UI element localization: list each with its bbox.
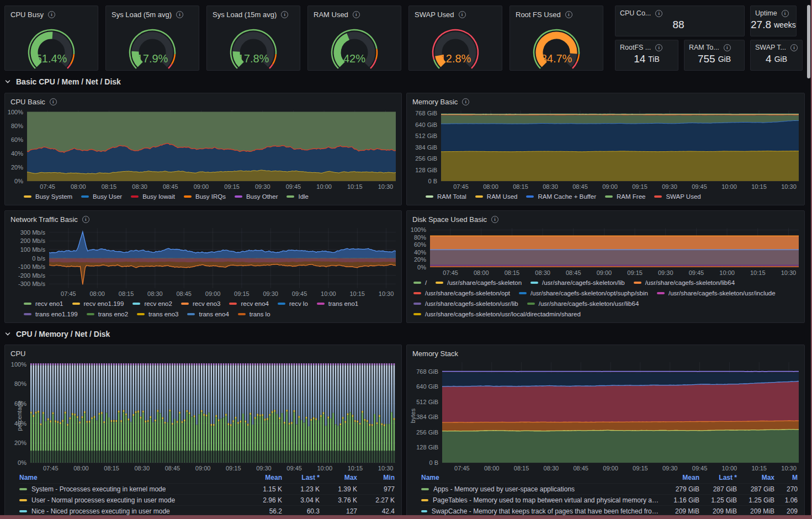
gauge-panel: SWAP Used i 12.8% [408, 6, 502, 71]
panel-title[interactable]: CPU [10, 349, 25, 358]
info-icon[interactable]: i [353, 11, 360, 18]
legend-label[interactable]: trans eno1.199 [35, 310, 78, 319]
svg-text:512 GiB: 512 GiB [415, 133, 437, 139]
legend-label[interactable]: recv eno4 [241, 299, 269, 308]
panel-cpu-detail: CPU percentage 0%20%40%60%80%100%07:4508… [4, 345, 402, 519]
info-icon[interactable]: i [176, 11, 183, 18]
col-last[interactable]: Last * [282, 474, 320, 481]
info-icon[interactable]: i [281, 11, 288, 18]
col-name[interactable]: Name [421, 474, 662, 481]
row-header-cpu-memory[interactable]: CPU / Memory / Net / Disk [4, 328, 110, 340]
col-mean[interactable]: Mean [662, 474, 699, 481]
legend-label[interactable]: /usr/share/cagefs-skeleton/usr/lib [425, 299, 518, 308]
row-header-basic[interactable]: Basic CPU / Mem / Net / Disk [4, 76, 121, 88]
panel-title[interactable]: CPU Co... [620, 9, 651, 17]
series-name[interactable]: PageTables - Memory used to map between … [433, 496, 662, 504]
panel-title[interactable]: SWAP Used [415, 10, 454, 19]
info-icon[interactable]: i [82, 216, 89, 223]
svg-text:09:00: 09:00 [194, 183, 209, 190]
series-name[interactable]: Apps - Memory used by user-space applica… [433, 485, 575, 493]
legend-label[interactable]: /usr/share/cagefs-skeleton/opt/suphp/sbi… [530, 289, 648, 298]
legend-label[interactable]: RAM Cache + Buffer [538, 192, 596, 201]
series-name[interactable]: System - Processes executing in kernel m… [31, 485, 166, 493]
panel-title[interactable]: CPU Basic [10, 98, 45, 106]
cpu-detail-chart[interactable]: percentage 0%20%40%60%80%100%07:4508:000… [5, 359, 401, 473]
col-min[interactable]: M [774, 474, 798, 481]
panel-title[interactable]: Disk Space Used Basic [412, 215, 487, 224]
legend-label[interactable]: trans eno1 [328, 299, 358, 308]
panel-title[interactable]: Uptime [755, 9, 777, 17]
legend-label[interactable]: /usr/share/cagefs-skeleton/lib [542, 278, 625, 287]
network-traffic-chart[interactable]: 300 Mb/s200 Mb/s100 Mb/s0 b/s-100 Mb/s-2… [5, 225, 401, 298]
panel-title[interactable]: Memory Basic [412, 98, 458, 106]
legend-label[interactable]: recv eno1 [35, 299, 63, 308]
legend-label[interactable]: /usr/share/cagefs-skeleton [447, 278, 522, 287]
legend-label[interactable]: trans eno4 [199, 310, 229, 319]
legend-label[interactable]: trans lo [250, 310, 270, 319]
legend-label[interactable]: Busy System [35, 192, 72, 201]
legend-label[interactable]: recv lo [289, 299, 308, 308]
svg-text:08:30: 08:30 [147, 290, 163, 297]
memory-stack-chart[interactable]: bytes 0 B128 GiB256 GiB384 GiB512 GiB640… [407, 359, 804, 473]
col-min[interactable]: Min [357, 474, 395, 481]
legend-label[interactable]: /usr/share/cagefs-skeleton/usr/include [668, 289, 776, 298]
panel-title[interactable]: RootFS ... [620, 44, 651, 51]
legend-label[interactable]: Busy Other [246, 192, 278, 201]
memory-basic-chart[interactable]: 0 B128 GiB256 GiB384 GiB512 GiB640 GiB76… [407, 107, 804, 191]
disk-space-chart[interactable]: 0%20%40%60%80%100%07:4508:0008:1508:3008… [407, 225, 804, 277]
legend-label[interactable]: RAM Free [617, 192, 645, 201]
info-icon[interactable]: i [724, 44, 731, 51]
legend-label[interactable]: trans eno2 [98, 310, 128, 319]
col-last[interactable]: Last * [699, 474, 737, 481]
legend-label[interactable]: / [425, 278, 427, 287]
info-icon[interactable]: i [565, 11, 572, 18]
legend-item: /usr/share/cagefs-skeleton/opt [413, 289, 510, 298]
vertical-scrollbar[interactable] [807, 5, 810, 78]
col-mean[interactable]: Mean [245, 474, 282, 481]
legend-label[interactable]: RAM Total [437, 192, 466, 201]
series-name[interactable]: SwapCache - Memory that keeps track of p… [432, 507, 662, 515]
legend-label[interactable]: recv eno2 [144, 299, 172, 308]
col-max[interactable]: Max [737, 474, 774, 481]
info-icon[interactable]: i [48, 11, 55, 18]
info-icon[interactable]: i [459, 11, 466, 18]
legend-label[interactable]: Busy IRQs [195, 192, 226, 201]
stat-unit: TiB [648, 55, 659, 63]
legend-label[interactable]: Idle [298, 192, 309, 201]
legend-label[interactable]: trans eno3 [148, 310, 178, 319]
panel-title[interactable]: SWAP T... [755, 44, 786, 51]
info-icon[interactable]: i [782, 10, 789, 17]
info-icon[interactable]: i [491, 216, 498, 223]
panel-title[interactable]: Root FS Used [516, 10, 561, 19]
stats-row-2: RootFS ... i 14 TiB RAM To... i [615, 40, 811, 71]
info-icon[interactable]: i [790, 44, 798, 51]
legend-label[interactable]: /usr/share/cagefs-skeleton/lib64 [645, 278, 735, 287]
panel-title[interactable]: Memory Stack [412, 349, 458, 358]
series-name[interactable]: Nice - Niced processes executing in user… [31, 507, 170, 515]
panel-title[interactable]: Network Traffic Basic [10, 215, 78, 224]
panel-title[interactable]: CPU Busy [10, 10, 44, 19]
legend-label[interactable]: /usr/share/cagefs-skeleton/usr/local/dir… [425, 310, 581, 319]
legend-label[interactable]: recv eno1.199 [84, 299, 124, 308]
info-icon[interactable]: i [655, 44, 662, 51]
panel-title[interactable]: RAM To... [689, 44, 719, 51]
legend-label[interactable]: Busy Iowait [142, 192, 175, 201]
legend-label[interactable]: SWAP Used [666, 192, 700, 201]
legend-label[interactable]: /usr/share/cagefs-skeleton/usr/lib64 [539, 299, 639, 308]
panel-title[interactable]: Sys Load (15m avg) [213, 10, 277, 19]
cpu-basic-chart[interactable]: 0%20%40%60%80%100%07:4508:0008:1508:3008… [5, 107, 401, 191]
info-icon[interactable]: i [462, 98, 469, 105]
legend-label[interactable]: RAM Used [487, 192, 518, 201]
series-name[interactable]: User - Normal processes executing in use… [31, 496, 175, 504]
panel-title[interactable]: Sys Load (5m avg) [112, 10, 172, 19]
legend-label[interactable]: recv eno3 [193, 299, 221, 308]
legend-label[interactable]: /usr/share/cagefs-skeleton/opt [425, 289, 510, 298]
panel-title[interactable]: RAM Used [314, 10, 348, 19]
svg-text:07:45: 07:45 [40, 183, 55, 190]
info-icon[interactable]: i [50, 98, 57, 105]
legend-label[interactable]: Busy User [93, 192, 122, 201]
info-icon[interactable]: i [655, 10, 662, 17]
svg-text:08:30: 08:30 [535, 269, 550, 276]
col-name[interactable]: Name [19, 474, 245, 481]
col-max[interactable]: Max [320, 474, 357, 481]
